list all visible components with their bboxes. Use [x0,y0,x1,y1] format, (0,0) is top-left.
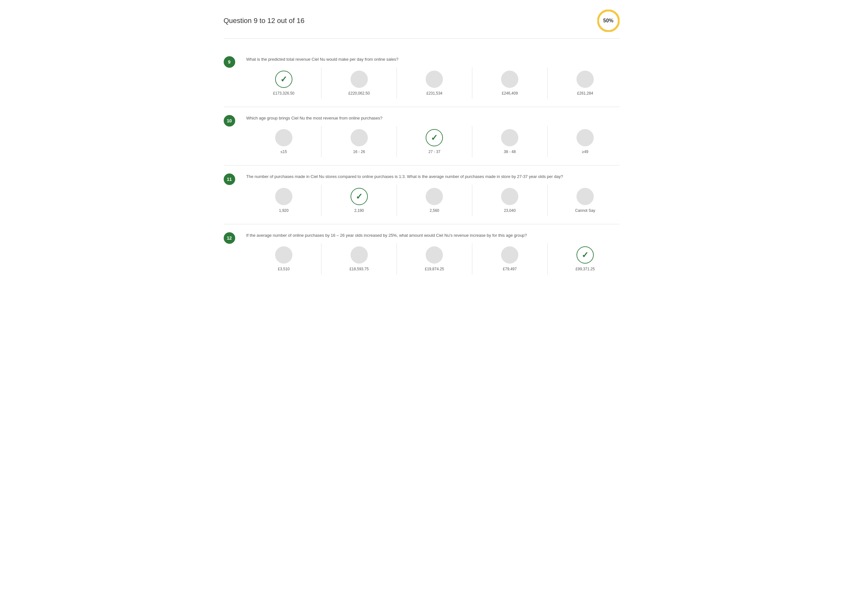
question-number-12: 12 [224,232,235,244]
header-divider [224,38,620,39]
option-cell-12-2[interactable]: ✓ £18,593.75 [321,243,397,274]
option-circle-11-3: ✓ [426,188,443,205]
option-cell-11-5[interactable]: ✓ Cannot Say [548,185,623,216]
option-circle-12-2: ✓ [350,246,368,264]
page-container: Question 9 to 12 out of 16 50% 9 What is… [211,0,632,292]
option-circle-11-1: ✓ [275,188,292,205]
option-label-10-1: ≤15 [281,150,287,154]
option-circle-10-5: ✓ [576,129,594,146]
option-label-12-3: £19,874.25 [425,267,444,271]
question-sidebar-11: 11 [224,173,235,185]
question-sidebar-12: 12 [224,232,235,244]
option-cell-9-2[interactable]: ✓ £220,062.50 [321,67,397,99]
option-cell-10-3[interactable]: ✓ 27 - 37 [397,126,472,157]
question-text-10: Which age group brings Ciel Nu the most … [246,115,620,122]
question-text-11: The number of purchases made in Ciel Nu … [246,173,620,180]
checkmark-icon-12-5: ✓ [582,251,589,259]
option-label-9-2: £220,062.50 [348,91,370,95]
question-content-10: Which age group brings Ciel Nu the most … [243,115,620,157]
option-cell-11-4[interactable]: ✓ 23,040 [472,185,548,216]
option-circle-11-4: ✓ [501,188,518,205]
option-label-11-5: Cannot Say [575,208,595,213]
option-cell-9-4[interactable]: ✓ £246,409 [472,67,548,99]
option-label-11-1: 1,920 [279,208,289,213]
option-label-12-5: £99,371.25 [576,267,595,271]
options-row-11: ✓ 1,920 ✓ 2,190 [246,185,623,216]
option-cell-10-2[interactable]: ✓ 16 - 26 [321,126,397,157]
question-text-12: If the average number of online purchase… [246,232,620,239]
question-number-9: 9 [224,56,235,68]
question-number-10: 10 [224,115,235,126]
option-label-12-2: £18,593.75 [350,267,369,271]
option-circle-12-4: ✓ [501,246,518,264]
checkmark-icon-10-3: ✓ [431,133,438,142]
option-circle-10-2: ✓ [350,129,368,146]
option-label-10-5: ≥49 [582,150,588,154]
option-circle-12-5: ✓ [576,246,594,264]
option-cell-11-1[interactable]: ✓ 1,920 [246,185,322,216]
options-row-9: ✓ £173,326.50 ✓ £220,062.50 [246,67,623,99]
question-row-9: 9 What is the predicted total revenue Ci… [224,56,620,99]
option-circle-10-1: ✓ [275,129,292,146]
question-text-9: What is the predicted total revenue Ciel… [246,56,620,63]
option-circle-10-3: ✓ [426,129,443,146]
option-label-11-2: 2,190 [355,208,364,213]
question-block-10: 10 Which age group brings Ciel Nu the mo… [224,107,620,166]
question-number-11: 11 [224,173,235,185]
option-label-10-3: 27 - 37 [428,150,440,154]
progress-label: 50% [603,18,613,23]
option-cell-11-3[interactable]: ✓ 2,560 [397,185,472,216]
options-row-12: ✓ £3,510 ✓ £18,593.75 [246,243,623,274]
option-label-11-4: 23,040 [504,208,516,213]
question-content-11: The number of purchases made in Ciel Nu … [243,173,620,216]
question-row-11: 11 The number of purchases made in Ciel … [224,173,620,216]
questions-container: 9 What is the predicted total revenue Ci… [224,48,620,282]
option-cell-10-1[interactable]: ✓ ≤15 [246,126,322,157]
option-label-12-1: £3,510 [278,267,290,271]
question-row-10: 10 Which age group brings Ciel Nu the mo… [224,115,620,157]
option-label-11-3: 2,560 [430,208,439,213]
question-block-9: 9 What is the predicted total revenue Ci… [224,48,620,107]
option-circle-9-2: ✓ [350,70,368,88]
option-label-10-4: 38 - 48 [504,150,516,154]
option-label-9-5: £261,284 [577,91,593,95]
question-content-12: If the average number of online purchase… [243,232,620,275]
option-cell-9-3[interactable]: ✓ £231,534 [397,67,472,99]
option-label-12-4: £79,497 [503,267,517,271]
option-circle-9-1: ✓ [275,70,292,88]
question-sidebar-10: 10 [224,115,235,126]
option-cell-12-3[interactable]: ✓ £19,874.25 [397,243,472,274]
option-circle-9-3: ✓ [426,70,443,88]
option-cell-9-5[interactable]: ✓ £261,284 [548,67,623,99]
option-cell-11-2[interactable]: ✓ 2,190 [321,185,397,216]
option-cell-12-1[interactable]: ✓ £3,510 [246,243,322,274]
option-label-10-2: 16 - 26 [353,150,365,154]
option-cell-9-1[interactable]: ✓ £173,326.50 [246,67,322,99]
page-title: Question 9 to 12 out of 16 [224,17,305,25]
question-content-9: What is the predicted total revenue Ciel… [243,56,620,99]
question-block-12: 12 If the average number of online purch… [224,224,620,283]
question-sidebar-9: 9 [224,56,235,68]
option-label-9-4: £246,409 [502,91,518,95]
option-cell-10-4[interactable]: ✓ 38 - 48 [472,126,548,157]
option-cell-10-5[interactable]: ✓ ≥49 [548,126,623,157]
option-circle-11-2: ✓ [350,188,368,205]
option-label-9-1: £173,326.50 [273,91,295,95]
progress-indicator: 50% [597,10,620,32]
options-row-10: ✓ ≤15 ✓ 16 - 26 [246,126,623,157]
option-circle-12-1: ✓ [275,246,292,264]
checkmark-icon-9-1: ✓ [280,75,287,84]
option-cell-12-5[interactable]: ✓ £99,371.25 [548,243,623,274]
option-circle-10-4: ✓ [501,129,518,146]
header: Question 9 to 12 out of 16 50% [224,10,620,32]
option-circle-9-4: ✓ [501,70,518,88]
question-row-12: 12 If the average number of online purch… [224,232,620,275]
option-cell-12-4[interactable]: ✓ £79,497 [472,243,548,274]
option-label-9-3: £231,534 [426,91,442,95]
option-circle-12-3: ✓ [426,246,443,264]
checkmark-icon-11-2: ✓ [356,192,363,201]
question-block-11: 11 The number of purchases made in Ciel … [224,166,620,224]
option-circle-9-5: ✓ [576,70,594,88]
option-circle-11-5: ✓ [576,188,594,205]
